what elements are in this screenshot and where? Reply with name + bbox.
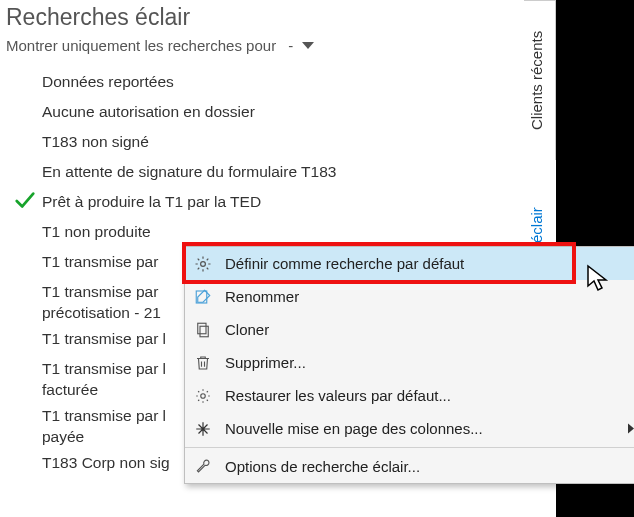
list-item-label: T1 transmise par l: [42, 326, 166, 350]
list-item-label: T1 transmise par précotisation - 21: [42, 279, 161, 324]
menu-item-options[interactable]: Options de recherche éclair...: [185, 450, 634, 483]
menu-item-label: Options de recherche éclair...: [225, 458, 631, 475]
menu-item-label: Renommer: [225, 288, 631, 305]
list-item[interactable]: En attente de signature du formulaire T1…: [14, 158, 498, 188]
filter-label: Montrer uniquement les recherches pour: [6, 37, 276, 54]
list-item[interactable]: T183 non signé: [14, 128, 498, 158]
list-item-label: T1 transmise par l payée: [42, 403, 166, 448]
menu-item-label: Restaurer les valeurs par défaut...: [225, 387, 631, 404]
menu-item-set-default[interactable]: Définir comme recherche par défaut: [185, 247, 634, 280]
clone-icon: [193, 321, 213, 339]
context-menu: Définir comme recherche par défaut Renom…: [184, 246, 634, 484]
menu-separator: [185, 447, 634, 448]
tab-clients-recents[interactable]: Clients récents: [524, 0, 556, 160]
list-item-label: T1 transmise par: [42, 249, 158, 273]
check-icon: [14, 189, 42, 211]
list-item[interactable]: T1 non produite: [14, 218, 498, 248]
list-item-label: T1 non produite: [42, 219, 151, 243]
trash-icon: [193, 354, 213, 372]
chevron-down-icon[interactable]: [301, 41, 315, 51]
list-item-label: En attente de signature du formulaire T1…: [42, 159, 336, 183]
menu-item-label: Supprimer...: [225, 354, 631, 371]
list-item[interactable]: Données reportées: [14, 68, 498, 98]
list-item-label: Données reportées: [42, 69, 174, 93]
page-title: Recherches éclair: [6, 4, 498, 31]
list-item-label: Prêt à produire la T1 par la TED: [42, 189, 261, 213]
filter-row[interactable]: Montrer uniquement les recherches pour -: [6, 37, 498, 54]
svg-rect-2: [198, 323, 206, 334]
list-item-label: Aucune autorisation en dossier: [42, 99, 255, 123]
menu-item-rename[interactable]: Renommer: [185, 280, 634, 313]
menu-item-label: Nouvelle mise en page des colonnes...: [225, 420, 631, 437]
rename-icon: [193, 288, 213, 306]
filter-value: -: [288, 37, 293, 54]
svg-point-4: [201, 393, 206, 398]
menu-item-clone[interactable]: Cloner: [185, 313, 634, 346]
svg-point-0: [201, 261, 206, 266]
wrench-icon: [193, 458, 213, 476]
list-item-label: T183 Corp non sig: [42, 450, 170, 474]
gear-icon: [193, 255, 213, 273]
menu-item-label: Cloner: [225, 321, 631, 338]
restore-icon: [193, 387, 213, 405]
menu-item-delete[interactable]: Supprimer...: [185, 346, 634, 379]
menu-item-columns[interactable]: Nouvelle mise en page des colonnes...: [185, 412, 634, 445]
list-item-label: T183 non signé: [42, 129, 149, 153]
list-item-label: T1 transmise par l facturée: [42, 356, 166, 401]
menu-item-label: Définir comme recherche par défaut: [225, 255, 631, 272]
columns-icon: [193, 420, 213, 438]
list-item[interactable]: Prêt à produire la T1 par la TED: [14, 188, 498, 218]
list-item[interactable]: Aucune autorisation en dossier: [14, 98, 498, 128]
menu-item-restore[interactable]: Restaurer les valeurs par défaut...: [185, 379, 634, 412]
svg-rect-3: [200, 326, 208, 337]
chevron-right-icon: [627, 420, 634, 437]
